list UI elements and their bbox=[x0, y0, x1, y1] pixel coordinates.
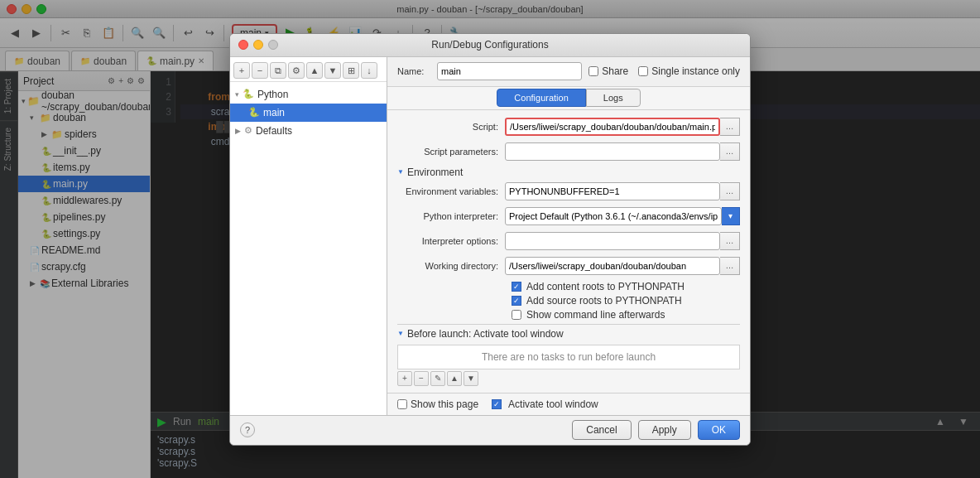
working-dir-input[interactable] bbox=[505, 257, 720, 275]
section-expand-arrow: ▾ bbox=[235, 90, 239, 99]
defaults-section-header[interactable]: ▶ ⚙ Defaults bbox=[230, 122, 387, 140]
before-launch-edit-btn[interactable]: ✎ bbox=[430, 371, 445, 386]
before-launch-add-btn[interactable]: + bbox=[397, 371, 412, 386]
dialog-close-btn[interactable] bbox=[238, 40, 248, 50]
dialog-footer: ? Cancel Apply OK bbox=[230, 415, 750, 445]
activate-tool-label: ✓ Activate tool window bbox=[492, 398, 598, 410]
env-vars-edit-btn[interactable]: … bbox=[720, 182, 740, 200]
before-launch-toolbar: + − ✎ ▲ ▼ bbox=[397, 371, 740, 386]
interp-options-browse-btn[interactable]: … bbox=[720, 232, 740, 250]
dialog-body: + − ⧉ ⚙ ▲ ▼ ⊞ ↓ ▾ 🐍 Python bbox=[230, 57, 750, 415]
env-vars-row: Environment variables: … bbox=[397, 181, 740, 201]
python-section-header[interactable]: ▾ 🐍 Python bbox=[230, 85, 387, 104]
config-form: Script: … Script parameters: … bbox=[387, 110, 750, 393]
add-source-roots-row: ✓ Add source roots to PYTHONPATH bbox=[512, 295, 740, 307]
activate-tool-text: Activate tool window bbox=[508, 398, 598, 410]
single-instance-checkbox[interactable] bbox=[638, 66, 648, 76]
add-content-roots-label: Add content roots to PYTHONPATH bbox=[526, 281, 685, 292]
config-tree: + − ⧉ ⚙ ▲ ▼ ⊞ ↓ ▾ 🐍 Python bbox=[230, 57, 387, 415]
add-content-roots-checkbox[interactable]: ✓ bbox=[512, 282, 521, 292]
before-launch-triangle[interactable]: ▼ bbox=[397, 330, 404, 337]
before-launch-label: Before launch: Activate tool window bbox=[407, 328, 564, 340]
script-browse-btn[interactable]: … bbox=[720, 118, 740, 136]
ok-button[interactable]: OK bbox=[698, 420, 740, 440]
help-button[interactable]: ? bbox=[240, 422, 255, 437]
before-launch-empty: There are no tasks to run before launch bbox=[397, 345, 740, 369]
remove-config-btn[interactable]: − bbox=[252, 62, 268, 79]
script-params-input-group: … bbox=[505, 142, 740, 161]
env-section-triangle[interactable]: ▼ bbox=[397, 168, 404, 176]
dialog-max-btn[interactable] bbox=[268, 40, 278, 50]
show-page-text: Show this page bbox=[411, 398, 478, 410]
share-checkbox-label: Share bbox=[588, 65, 628, 77]
share-label: Share bbox=[602, 65, 628, 77]
show-cmdline-checkbox[interactable] bbox=[512, 310, 521, 320]
copy-config-btn[interactable]: ⧉ bbox=[270, 62, 286, 79]
show-cmdline-label: Show command line afterwards bbox=[526, 309, 665, 321]
python-section-label: Python bbox=[257, 89, 288, 100]
env-section-label: Environment bbox=[407, 167, 463, 178]
interp-options-input-group: … bbox=[505, 232, 740, 250]
show-page-label: Show this page bbox=[397, 398, 478, 410]
activate-tool-checkbox[interactable]: ✓ bbox=[492, 399, 502, 409]
interp-options-input[interactable] bbox=[505, 232, 720, 250]
script-params-row: Script parameters: … bbox=[397, 142, 740, 162]
before-launch-up-btn[interactable]: ▲ bbox=[447, 371, 462, 386]
run-debug-dialog: Run/Debug Configurations + − ⧉ ⚙ ▲ ▼ ⊞ ↓ bbox=[229, 33, 751, 446]
working-dir-row: Working directory: … bbox=[397, 256, 740, 276]
sort-btn[interactable]: ⊞ bbox=[343, 62, 359, 79]
script-params-input[interactable] bbox=[505, 142, 720, 161]
main-config-icon: 🐍 bbox=[248, 107, 260, 118]
config-tree-toolbar: + − ⧉ ⚙ ▲ ▼ ⊞ ↓ bbox=[230, 60, 387, 82]
python-interp-dropdown-btn[interactable]: ▾ bbox=[722, 207, 740, 225]
defaults-label: Defaults bbox=[256, 125, 292, 137]
show-cmdline-row: Show command line afterwards bbox=[512, 309, 740, 321]
show-page-checkbox[interactable] bbox=[397, 399, 407, 409]
interp-options-label: Interpreter options: bbox=[397, 236, 505, 246]
main-config-label: main bbox=[263, 107, 285, 118]
name-input[interactable] bbox=[437, 62, 582, 80]
share-row: Share Single instance only bbox=[588, 65, 740, 77]
python-interp-label: Python interpreter: bbox=[397, 211, 505, 221]
settings-config-btn[interactable]: ⚙ bbox=[288, 62, 305, 79]
env-vars-input[interactable] bbox=[505, 182, 720, 200]
tab-logs[interactable]: Logs bbox=[586, 89, 641, 107]
env-section-header: ▼ Environment bbox=[397, 167, 740, 178]
share-checkbox[interactable] bbox=[588, 66, 598, 76]
env-vars-input-group: … bbox=[505, 182, 740, 200]
move-up-btn[interactable]: ▲ bbox=[306, 62, 323, 79]
dialog-min-btn[interactable] bbox=[253, 40, 263, 50]
filter-btn[interactable]: ↓ bbox=[361, 62, 377, 79]
script-row: Script: … bbox=[397, 117, 740, 137]
main-config-item[interactable]: 🐍 main bbox=[230, 104, 387, 122]
add-content-roots-row: ✓ Add content roots to PYTHONPATH bbox=[512, 281, 740, 292]
single-instance-text: Single instance only bbox=[651, 65, 740, 77]
before-launch-down-btn[interactable]: ▼ bbox=[464, 371, 478, 386]
interp-options-row: Interpreter options: … bbox=[397, 231, 740, 251]
move-down-btn[interactable]: ▼ bbox=[324, 62, 341, 79]
python-section-icon: 🐍 bbox=[243, 89, 254, 99]
script-params-label: Script parameters: bbox=[397, 147, 505, 157]
python-interp-input-group: ▾ bbox=[505, 207, 740, 225]
before-launch-remove-btn[interactable]: − bbox=[414, 371, 429, 386]
dialog-title: Run/Debug Configurations bbox=[431, 39, 548, 51]
python-interp-input[interactable] bbox=[505, 207, 722, 225]
config-tabs: Configuration Logs bbox=[387, 87, 750, 110]
cancel-button[interactable]: Cancel bbox=[572, 420, 631, 440]
defaults-expand-arrow: ▶ bbox=[235, 127, 241, 135]
dialog-titlebar: Run/Debug Configurations bbox=[230, 34, 750, 57]
env-vars-label: Environment variables: bbox=[397, 186, 505, 196]
before-launch-section: ▼ Before launch: Activate tool window Th… bbox=[397, 324, 740, 386]
add-config-btn[interactable]: + bbox=[233, 62, 250, 79]
config-panel: Name: Share Single instance only bbox=[387, 57, 750, 415]
tab-configuration[interactable]: Configuration bbox=[497, 89, 585, 107]
apply-button[interactable]: Apply bbox=[638, 420, 691, 440]
config-tree-items: ▾ 🐍 Python 🐍 main ▶ ⚙ Defaults bbox=[230, 82, 387, 143]
script-input[interactable] bbox=[505, 118, 720, 136]
working-dir-browse-btn[interactable]: … bbox=[720, 257, 740, 275]
python-interp-row: Python interpreter: ▾ bbox=[397, 206, 740, 226]
add-source-roots-checkbox[interactable]: ✓ bbox=[512, 296, 521, 306]
add-source-roots-label: Add source roots to PYTHONPATH bbox=[526, 295, 682, 307]
script-params-browse-btn[interactable]: … bbox=[720, 142, 740, 161]
working-dir-input-group: … bbox=[505, 257, 740, 275]
